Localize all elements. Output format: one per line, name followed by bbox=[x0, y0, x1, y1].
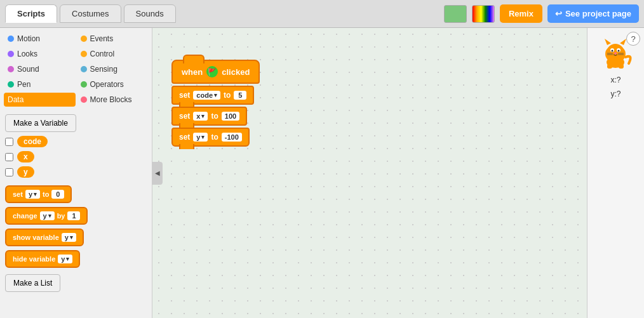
categories: Motion Events Looks Control Sound Sensin… bbox=[0, 28, 152, 110]
variable-checkbox-x[interactable] bbox=[5, 153, 13, 161]
y-dropdown-script[interactable]: y bbox=[193, 133, 208, 142]
svg-point-8 bbox=[614, 52, 617, 54]
script-canvas[interactable]: when 🚩 clicked set code to 5 set x to 10… bbox=[152, 28, 587, 318]
variable-badge-y: y bbox=[17, 166, 34, 178]
svg-point-6 bbox=[612, 50, 614, 51]
sound-dot bbox=[8, 66, 14, 72]
looks-dot bbox=[8, 51, 14, 57]
when-label: when bbox=[182, 67, 203, 77]
y-value[interactable]: -100 bbox=[222, 133, 242, 142]
looks-label: Looks bbox=[17, 50, 37, 58]
sidebar-item-more-blocks[interactable]: More Blocks bbox=[77, 93, 149, 107]
control-label: Control bbox=[90, 50, 115, 58]
set-label-2: set bbox=[179, 112, 190, 121]
help-button[interactable]: ? bbox=[626, 32, 640, 46]
sensing-label: Sensing bbox=[90, 65, 117, 74]
y-dropdown-2[interactable]: y bbox=[40, 211, 55, 220]
code-dropdown[interactable]: code bbox=[193, 91, 220, 100]
color-swatch-multi[interactable] bbox=[472, 5, 495, 23]
more-blocks-label: More Blocks bbox=[90, 95, 132, 104]
sidebar-item-control[interactable]: Control bbox=[77, 47, 149, 61]
more-blocks-dot bbox=[81, 96, 87, 103]
variable-row-code: code bbox=[5, 136, 147, 147]
sidebar-item-events[interactable]: Events bbox=[77, 32, 149, 46]
operators-dot bbox=[81, 81, 87, 88]
operators-label: Operators bbox=[90, 80, 124, 89]
to-label: to bbox=[43, 190, 49, 198]
set-label: set bbox=[13, 190, 23, 198]
variable-checkbox-y[interactable] bbox=[5, 168, 13, 176]
to-label-3: to bbox=[211, 133, 218, 142]
sprite-y: y:? bbox=[610, 88, 621, 102]
make-list-button[interactable]: Make a List bbox=[5, 274, 60, 292]
blocks-area: Make a Variable code x y set y to 0 bbox=[0, 110, 152, 296]
svg-rect-15 bbox=[619, 64, 624, 69]
show-variable-block[interactable]: show variable y bbox=[5, 229, 84, 246]
to-label-2: to bbox=[211, 112, 218, 121]
sidebar: Motion Events Looks Control Sound Sensin… bbox=[0, 28, 152, 318]
sidebar-item-motion[interactable]: Motion bbox=[4, 32, 76, 46]
variable-badge-code: code bbox=[17, 136, 48, 147]
sprite-x: x:? bbox=[610, 74, 621, 88]
clicked-label: clicked bbox=[222, 67, 250, 77]
collapse-arrow[interactable]: ◀ bbox=[152, 162, 163, 185]
x-value[interactable]: 100 bbox=[222, 112, 239, 121]
pen-label: Pen bbox=[17, 80, 30, 89]
header: Scripts Costumes Sounds Remix ↩ See proj… bbox=[0, 0, 644, 28]
see-project-label: See project page bbox=[565, 9, 631, 18]
sprite-info: x:? y:? bbox=[610, 74, 621, 101]
svg-point-7 bbox=[618, 50, 620, 51]
change-y-block[interactable]: change y by 1 bbox=[5, 207, 88, 225]
hide-variable-label: hide variable bbox=[13, 255, 55, 263]
tab-scripts[interactable]: Scripts bbox=[5, 4, 57, 23]
events-label: Events bbox=[90, 34, 114, 43]
set-code-block[interactable]: set code to 5 bbox=[171, 86, 254, 105]
set-label-1: set bbox=[179, 91, 190, 100]
change-label: change bbox=[13, 212, 37, 220]
by-value-input[interactable]: 1 bbox=[67, 211, 80, 220]
sidebar-item-pen[interactable]: Pen bbox=[4, 77, 76, 91]
show-variable-label: show variable bbox=[13, 234, 59, 241]
tab-sounds[interactable]: Sounds bbox=[124, 4, 176, 23]
script-block-group: when 🚩 clicked set code to 5 set x to 10… bbox=[171, 60, 260, 147]
remix-button[interactable]: Remix bbox=[500, 4, 542, 23]
tab-costumes[interactable]: Costumes bbox=[60, 4, 121, 23]
value-input[interactable]: 0 bbox=[51, 190, 64, 199]
color-swatch-green[interactable] bbox=[444, 5, 467, 23]
variable-checkbox-code[interactable] bbox=[5, 138, 13, 146]
hide-y-dropdown[interactable]: y bbox=[58, 255, 72, 263]
sidebar-item-data[interactable]: Data bbox=[4, 93, 76, 107]
to-label-1: to bbox=[224, 91, 231, 100]
motion-dot bbox=[8, 36, 14, 42]
see-project-button[interactable]: ↩ See project page bbox=[547, 4, 639, 23]
variable-row-x: x bbox=[5, 151, 147, 162]
main-area: Motion Events Looks Control Sound Sensin… bbox=[0, 28, 644, 318]
sidebar-item-sound[interactable]: Sound bbox=[4, 62, 76, 76]
sidebar-item-operators[interactable]: Operators bbox=[77, 77, 149, 91]
control-dot bbox=[81, 51, 87, 57]
variable-row-y: y bbox=[5, 166, 147, 178]
motion-label: Motion bbox=[17, 34, 40, 43]
variable-badge-x: x bbox=[17, 151, 34, 162]
sidebar-item-looks[interactable]: Looks bbox=[4, 47, 76, 61]
set-x-block[interactable]: set x to 100 bbox=[171, 107, 247, 126]
x-dropdown[interactable]: x bbox=[193, 112, 208, 121]
code-value[interactable]: 5 bbox=[234, 91, 246, 100]
hat-block[interactable]: when 🚩 clicked bbox=[171, 60, 260, 84]
sidebar-item-sensing[interactable]: Sensing bbox=[77, 62, 149, 76]
y-dropdown[interactable]: y bbox=[25, 190, 40, 199]
hide-variable-block[interactable]: hide variable y bbox=[5, 250, 80, 268]
set-y-script-block[interactable]: set y to -100 bbox=[171, 128, 250, 147]
sound-label: Sound bbox=[17, 65, 39, 74]
green-flag-icon: 🚩 bbox=[206, 66, 218, 77]
sprite-panel: ? bbox=[587, 28, 644, 318]
arrow-icon: ↩ bbox=[555, 9, 562, 18]
data-label: Data bbox=[8, 95, 23, 104]
show-y-dropdown[interactable]: y bbox=[62, 233, 76, 242]
header-right: Remix ↩ See project page bbox=[444, 4, 639, 23]
make-variable-button[interactable]: Make a Variable bbox=[5, 114, 76, 132]
by-label: by bbox=[57, 212, 65, 220]
events-dot bbox=[81, 36, 87, 42]
pen-dot bbox=[8, 81, 14, 88]
set-y-block[interactable]: set y to 0 bbox=[5, 185, 72, 203]
